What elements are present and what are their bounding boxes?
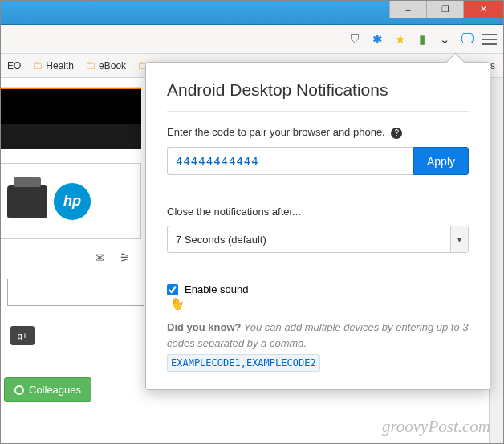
hp-ad-box[interactable]: hp bbox=[1, 163, 141, 239]
pocket-icon[interactable]: ⌄ bbox=[437, 32, 452, 47]
notifications-extension-icon[interactable]: 🖵 bbox=[460, 32, 474, 47]
enable-sound-label: Enable sound bbox=[185, 283, 249, 295]
folder-icon: 🗀 bbox=[85, 59, 96, 71]
close-after-label: Close the notifications after... bbox=[167, 206, 469, 218]
tip-example-code: EXAMPLECODE1,EXAMPLECODE2 bbox=[167, 354, 320, 372]
divider bbox=[167, 111, 469, 112]
apply-button[interactable]: Apply bbox=[413, 147, 469, 175]
bookmark-label: Health bbox=[46, 60, 74, 71]
pair-instruction: Enter the code to pair your browser and … bbox=[167, 126, 469, 139]
enable-sound-checkbox[interactable] bbox=[167, 284, 178, 295]
rss-icon[interactable]: ⚞ bbox=[120, 251, 130, 265]
nav-primary bbox=[1, 88, 141, 124]
bookmark-label: eBook bbox=[99, 60, 126, 71]
mail-icon[interactable]: ✉ bbox=[95, 251, 105, 265]
tip-lead: Did you know? bbox=[167, 321, 241, 333]
bookmark-item[interactable]: 🗀eBook bbox=[85, 59, 126, 71]
colleagues-label: Colleagues bbox=[29, 384, 81, 396]
extension-green-icon[interactable]: ▮ bbox=[415, 32, 429, 47]
colleagues-button[interactable]: Colleagues bbox=[4, 377, 91, 402]
google-plus-button[interactable]: g+ bbox=[10, 326, 35, 345]
window-close-button[interactable]: ✕ bbox=[463, 1, 503, 18]
help-icon[interactable]: ? bbox=[391, 128, 402, 139]
printer-image bbox=[7, 185, 47, 218]
site-search-input[interactable] bbox=[7, 279, 144, 306]
close-after-select[interactable]: 7 Seconds (default) ▾ bbox=[167, 226, 469, 253]
page-left-column: hp ✉ ⚞ Search g+ Colleagues bbox=[1, 78, 141, 443]
browser-toolbar: ⛉ ✱ ★ ▮ ⌄ 🖵 bbox=[1, 25, 503, 54]
cursor-icon: ✋ bbox=[168, 294, 187, 312]
bookmark-item[interactable]: EO bbox=[7, 60, 21, 71]
shield-icon[interactable]: ⛉ bbox=[348, 32, 362, 47]
pair-code-input[interactable] bbox=[167, 147, 413, 175]
window-titlebar: – ❐ ✕ bbox=[1, 1, 503, 25]
folder-icon: 🗀 bbox=[32, 59, 43, 71]
bookmark-item[interactable]: 🗀Health bbox=[32, 59, 74, 71]
menu-button[interactable] bbox=[482, 34, 497, 45]
bookmark-star-icon[interactable]: ★ bbox=[392, 32, 407, 47]
spacer bbox=[1, 149, 141, 163]
watermark: groovyPost.com bbox=[382, 417, 490, 437]
bookmark-label: EO bbox=[7, 60, 21, 71]
window-minimize-button[interactable]: – bbox=[389, 1, 426, 18]
tip-text: Did you know? You can add multiple devic… bbox=[167, 320, 469, 372]
circle-icon bbox=[14, 385, 24, 395]
nav-secondary bbox=[1, 124, 141, 149]
network-icon[interactable]: ✱ bbox=[370, 32, 384, 47]
vertical-scrollbar[interactable] bbox=[489, 78, 503, 443]
extension-popup: Android Desktop Notifications Enter the … bbox=[145, 62, 490, 390]
window-maximize-button[interactable]: ❐ bbox=[426, 1, 463, 18]
popup-title: Android Desktop Notifications bbox=[167, 80, 469, 100]
chevron-down-icon: ▾ bbox=[450, 226, 468, 252]
pair-instruction-text: Enter the code to pair your browser and … bbox=[167, 126, 385, 138]
select-value: 7 Seconds (default) bbox=[176, 234, 266, 246]
header-strip bbox=[1, 78, 141, 88]
hp-logo: hp bbox=[54, 183, 91, 220]
